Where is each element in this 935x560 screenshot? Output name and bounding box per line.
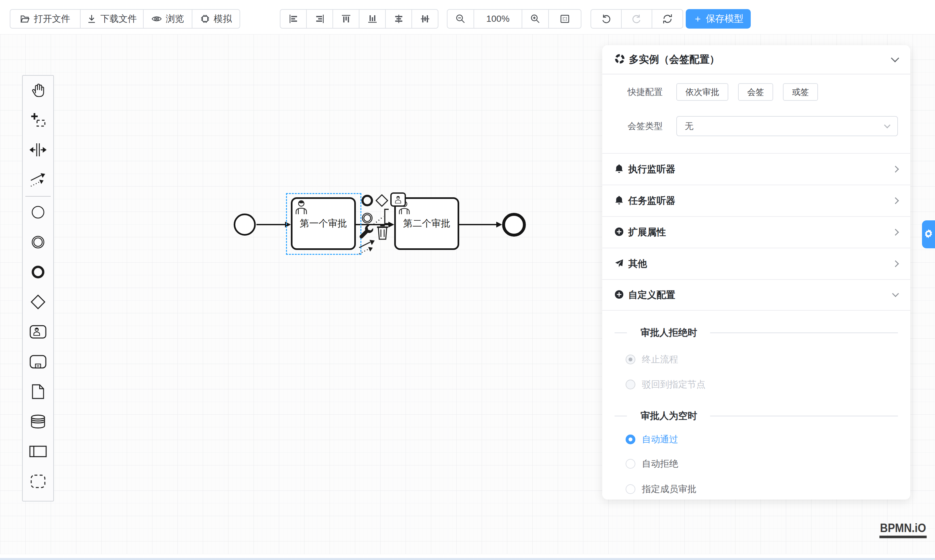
append-gateway-icon[interactable]: [375, 194, 389, 209]
align-middle-vertical-button[interactable]: [411, 9, 438, 29]
hand-tool[interactable]: [23, 76, 53, 106]
radio-label: 终止流程: [642, 353, 678, 366]
data-store-icon: [30, 414, 46, 430]
connect-icon: [29, 172, 46, 189]
create-group[interactable]: [23, 467, 53, 497]
section-label: 其他: [628, 257, 893, 271]
create-data-store[interactable]: [23, 407, 53, 437]
align-middle-vertical-icon: [420, 14, 430, 24]
space-tool[interactable]: [23, 135, 53, 165]
quick-config-row: 快捷配置 依次审批 会签 或签: [615, 82, 898, 102]
multi-instance-icon: [615, 54, 625, 65]
undo-button[interactable]: [591, 9, 622, 29]
bell-icon: [615, 164, 624, 175]
section-custom-config[interactable]: 自定义配置: [602, 279, 910, 311]
section-other[interactable]: 其他: [602, 248, 910, 279]
connect-tool-icon[interactable]: [358, 238, 376, 256]
plus-circle-icon: [615, 290, 624, 300]
create-gateway[interactable]: [23, 288, 53, 317]
create-participant[interactable]: [23, 437, 53, 467]
fit-screen-button[interactable]: [548, 9, 581, 29]
sequence-flow-1[interactable]: [257, 224, 287, 225]
radio-return-to-node[interactable]: 驳回到指定节点: [626, 378, 706, 391]
refresh-icon: [662, 14, 673, 24]
radio-icon: [626, 355, 635, 365]
section-task-listener[interactable]: 任务监听器: [602, 185, 910, 216]
plus-icon: ＋: [693, 12, 703, 25]
create-start-event[interactable]: [23, 198, 53, 228]
bpmn-io-logo[interactable]: BPMN.iO: [880, 522, 927, 538]
radio-terminate-process[interactable]: 终止流程: [626, 353, 678, 366]
bell-icon: [615, 195, 624, 206]
save-model-button[interactable]: ＋ 保存模型: [686, 9, 751, 29]
section-extended-properties[interactable]: 扩展属性: [602, 216, 910, 248]
section-label: 自定义配置: [628, 289, 893, 302]
user-task-icon: [29, 325, 46, 340]
end-event[interactable]: [502, 213, 526, 237]
create-data-object[interactable]: [23, 377, 53, 407]
align-left-button[interactable]: [280, 9, 307, 29]
bottom-edge-strip: [0, 558, 935, 560]
panel-title: 多实例（会签配置）: [629, 53, 892, 66]
radio-icon: [626, 459, 635, 469]
chevron-down-icon: [892, 290, 899, 297]
data-object-icon: [32, 384, 45, 401]
hand-icon: [30, 82, 46, 100]
history-toolbar-group: [591, 9, 683, 29]
send-icon: [615, 259, 624, 269]
radio-auto-pass[interactable]: 自动通过: [626, 433, 678, 446]
quick-config-sequential-button[interactable]: 依次审批: [676, 83, 728, 101]
zoom-level-display[interactable]: 100%: [474, 9, 522, 29]
download-file-button[interactable]: 下载文件: [80, 9, 144, 29]
subprocess-icon: [29, 355, 46, 370]
chevron-right-icon: [892, 260, 899, 267]
chevron-right-icon: [892, 197, 899, 204]
align-bottom-button[interactable]: [359, 9, 386, 29]
radio-label: 自动通过: [642, 433, 678, 446]
align-top-button[interactable]: [332, 9, 360, 29]
sign-type-select[interactable]: 无: [676, 116, 898, 136]
start-event-icon: [31, 205, 46, 221]
sign-type-value: 无: [685, 120, 694, 132]
lasso-tool[interactable]: [23, 106, 53, 135]
zoom-in-button[interactable]: [521, 9, 549, 29]
zoom-toolbar-group: 100%: [447, 9, 581, 29]
quick-config-orsign-button[interactable]: 或签: [783, 83, 818, 101]
simulate-button[interactable]: 模拟: [192, 9, 240, 29]
section-execution-listener[interactable]: 执行监听器: [602, 153, 910, 185]
align-top-icon: [341, 14, 351, 24]
refresh-button[interactable]: [652, 9, 683, 29]
section-label: 扩展属性: [628, 226, 893, 239]
append-user-task-icon[interactable]: [390, 192, 406, 207]
align-right-button[interactable]: [306, 9, 333, 29]
quick-config-countersign-button[interactable]: 会签: [738, 83, 773, 101]
quick-config-label: 快捷配置: [615, 86, 663, 98]
download-file-label: 下载文件: [100, 13, 137, 25]
align-center-horizontal-button[interactable]: [385, 9, 412, 29]
sequence-flow-3[interactable]: [458, 224, 497, 225]
zoom-out-button[interactable]: [447, 9, 474, 29]
global-connect-tool[interactable]: [23, 165, 53, 195]
panel-header[interactable]: 多实例（会签配置）: [602, 45, 910, 74]
radio-assign-member[interactable]: 指定成员审批: [626, 483, 697, 495]
open-file-button[interactable]: 打开文件: [10, 9, 81, 29]
lasso-icon: [30, 112, 46, 129]
start-event[interactable]: [234, 214, 256, 235]
delete-trash-icon[interactable]: [376, 224, 389, 241]
user-icon: [294, 200, 308, 216]
redo-icon: [632, 14, 642, 24]
plus-circle-icon: [615, 227, 624, 238]
create-end-event[interactable]: [23, 258, 53, 288]
redo-button[interactable]: [621, 9, 652, 29]
align-toolbar-group: [280, 9, 438, 29]
create-intermediate-event[interactable]: [23, 228, 53, 258]
preview-button[interactable]: 浏览: [143, 9, 192, 29]
panel-toggle-tab[interactable]: [922, 220, 935, 248]
create-user-task[interactable]: [23, 317, 53, 348]
append-end-event-icon[interactable]: [361, 194, 374, 208]
create-subprocess[interactable]: [23, 348, 53, 377]
radio-auto-reject[interactable]: 自动拒绝: [626, 457, 678, 470]
empty-section-title: 审批人为空时: [641, 409, 697, 423]
zoom-in-icon: [530, 14, 540, 24]
append-intermediate-event-icon[interactable]: [361, 212, 374, 226]
